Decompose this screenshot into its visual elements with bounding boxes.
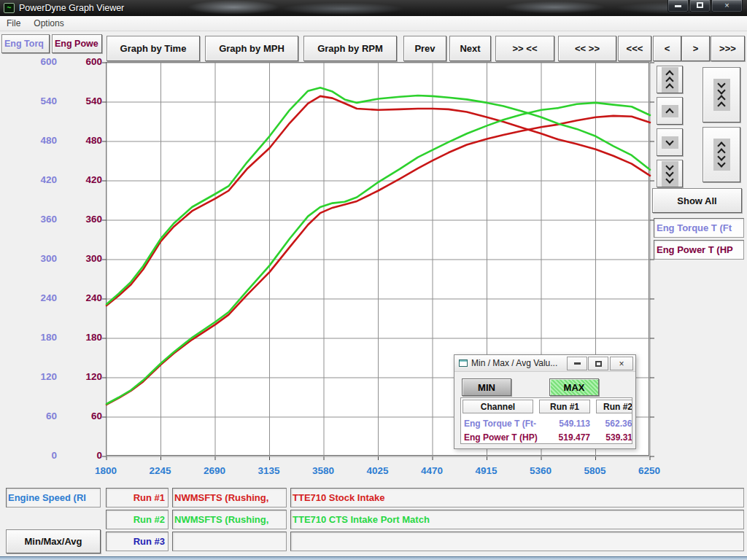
pan-far-right-button[interactable]: >>> bbox=[711, 36, 745, 61]
table-row-power-run2-value: 539.311 bbox=[596, 432, 632, 443]
chevron-down-icon bbox=[718, 89, 726, 94]
minimize-icon bbox=[675, 5, 681, 7]
y-tick-label: 480 bbox=[85, 135, 102, 146]
minmax-title: Min / Max / Avg Valu... bbox=[471, 358, 557, 368]
run2-comment-field[interactable]: NWMSFTS (Rushing, bbox=[172, 510, 287, 529]
close-button[interactable]: × bbox=[711, 0, 743, 12]
x-tick-label: 4470 bbox=[410, 465, 454, 476]
legend-torque-label: Eng Torque T (Ft bbox=[657, 222, 732, 233]
run3-comment-field[interactable] bbox=[172, 532, 287, 551]
chevron-up-icon bbox=[718, 142, 726, 147]
minmax-close-button[interactable]: × bbox=[610, 357, 633, 370]
y-tick-label: 60 bbox=[91, 411, 102, 421]
scroll-down-fast-button[interactable] bbox=[657, 160, 683, 187]
show-all-button[interactable]: Show All bbox=[652, 188, 742, 213]
x-tick-label: 5805 bbox=[573, 465, 617, 476]
y-tick-label: 600 bbox=[85, 56, 102, 67]
x-tick-label: 1800 bbox=[84, 465, 128, 476]
y-tick-label: 240 bbox=[85, 292, 102, 303]
maximize-button[interactable] bbox=[689, 0, 711, 12]
table-row-torque-channel: Eng Torque T (Ft- bbox=[464, 419, 536, 429]
y-tick-label: 60 bbox=[46, 411, 57, 421]
prev-button[interactable]: Prev bbox=[403, 36, 446, 61]
pan-right-button[interactable]: > bbox=[681, 36, 710, 61]
y-tick-label: 360 bbox=[40, 214, 57, 225]
chevron-up-icon bbox=[666, 71, 674, 76]
minimize-icon bbox=[574, 362, 581, 365]
x-tick-label: 3135 bbox=[247, 465, 291, 476]
x-tick-label: 6250 bbox=[627, 465, 671, 476]
table-row-torque-run2-value: 562.362 bbox=[596, 419, 632, 429]
minmax-minimize-button[interactable] bbox=[567, 357, 587, 370]
engine-speed-field[interactable]: Engine Speed (RI bbox=[6, 488, 101, 508]
menu-item-options[interactable]: Options bbox=[27, 17, 70, 30]
run1-header: Run #1 bbox=[539, 400, 590, 413]
run1-comment-field[interactable]: NWMSFTS (Rushing, bbox=[172, 488, 287, 508]
legend-power-label: Eng Power T (HP bbox=[657, 244, 733, 255]
chevron-down-icon bbox=[718, 162, 726, 167]
y-tick-label: 540 bbox=[85, 96, 102, 106]
run1-description-field[interactable]: TTE710 Stock Intake bbox=[290, 488, 744, 508]
run3-label: Run #3 bbox=[106, 532, 169, 551]
zoom-out-y-button[interactable] bbox=[703, 127, 740, 182]
scroll-up-button[interactable] bbox=[657, 97, 683, 125]
window-bottom-edge bbox=[0, 556, 747, 560]
chevron-up-icon bbox=[718, 96, 726, 101]
minimize-button[interactable] bbox=[667, 0, 689, 12]
next-button[interactable]: Next bbox=[449, 36, 491, 61]
chevron-down-icon bbox=[666, 140, 674, 145]
form-icon bbox=[459, 359, 468, 367]
zoom-in-y-button[interactable] bbox=[703, 67, 740, 122]
minmax-restore-button[interactable] bbox=[588, 357, 608, 370]
y-tick-label: 120 bbox=[85, 371, 102, 382]
y-tick-label: 0 bbox=[51, 450, 57, 461]
chevron-up-icon bbox=[666, 109, 674, 114]
minmax-titlebar[interactable]: Min / Max / Avg Valu... × bbox=[454, 355, 635, 372]
legend-torque-button[interactable]: Eng Torque T (Ft bbox=[654, 218, 744, 238]
max-button[interactable]: MAX bbox=[549, 378, 599, 396]
menu-bar: File Options bbox=[0, 16, 747, 31]
x-tick-label: 4025 bbox=[356, 465, 400, 476]
graph-by-mph-button[interactable]: Graph by MPH bbox=[205, 36, 298, 61]
graph-by-time-button[interactable]: Graph by Time bbox=[107, 36, 200, 61]
close-icon: × bbox=[619, 359, 624, 369]
window-title: PowerDyne Graph Viewer bbox=[19, 3, 124, 13]
y-tick-label: 600 bbox=[40, 56, 57, 67]
zoom-in-x-button[interactable]: >> << bbox=[495, 36, 554, 61]
axis-button-torque[interactable]: Eng Torq bbox=[1, 34, 50, 53]
run2-description-field[interactable]: TTE710 CTS Intake Port Match bbox=[290, 510, 744, 529]
y-tick-label: 120 bbox=[40, 371, 57, 382]
y-tick-label: 300 bbox=[85, 253, 102, 264]
menu-item-file[interactable]: File bbox=[0, 17, 27, 30]
y-tick-label: 300 bbox=[40, 253, 57, 264]
x-tick-label: 3580 bbox=[301, 465, 345, 476]
pan-far-left-button[interactable]: <<< bbox=[618, 36, 651, 61]
close-icon: × bbox=[724, 1, 729, 9]
pan-left-button[interactable]: < bbox=[653, 36, 681, 61]
y-tick-label: 240 bbox=[40, 292, 57, 303]
zoom-out-x-button[interactable]: << >> bbox=[558, 36, 616, 61]
x-tick-label: 4915 bbox=[465, 465, 508, 476]
y-tick-label: 480 bbox=[40, 135, 57, 146]
y-tick-label: 180 bbox=[85, 332, 102, 343]
run1-label: Run #1 bbox=[106, 488, 169, 508]
graph-by-rpm-button[interactable]: Graph by RPM bbox=[303, 36, 397, 61]
minmax-window[interactable]: Min / Max / Avg Valu... × MIN MAX Channe… bbox=[454, 354, 636, 449]
run3-description-field[interactable] bbox=[290, 532, 744, 551]
y-tick-label: 540 bbox=[40, 96, 57, 106]
chevron-up-icon bbox=[666, 77, 674, 82]
scroll-up-fast-button[interactable] bbox=[657, 66, 683, 93]
x-tick-label: 5360 bbox=[519, 465, 562, 476]
table-row-torque-run1-value: 549.113 bbox=[539, 419, 590, 429]
minmaxavg-button[interactable]: Min/Max/Avg bbox=[6, 529, 101, 553]
legend-power-button[interactable]: Eng Power T (HP bbox=[654, 240, 744, 260]
y-tick-label: 420 bbox=[40, 174, 57, 185]
title-bar: ~ PowerDyne Graph Viewer × bbox=[0, 0, 747, 16]
minmax-table: Channel Run #1 Run #2 Eng Torque T (Ft- … bbox=[460, 397, 632, 444]
chevron-up-icon bbox=[718, 102, 726, 107]
scroll-down-button[interactable] bbox=[657, 128, 683, 156]
restore-icon bbox=[595, 361, 602, 367]
table-row-power-run1-value: 519.477 bbox=[539, 432, 590, 443]
axis-button-power[interactable]: Eng Powe bbox=[52, 34, 102, 53]
min-button[interactable]: MIN bbox=[462, 378, 511, 396]
